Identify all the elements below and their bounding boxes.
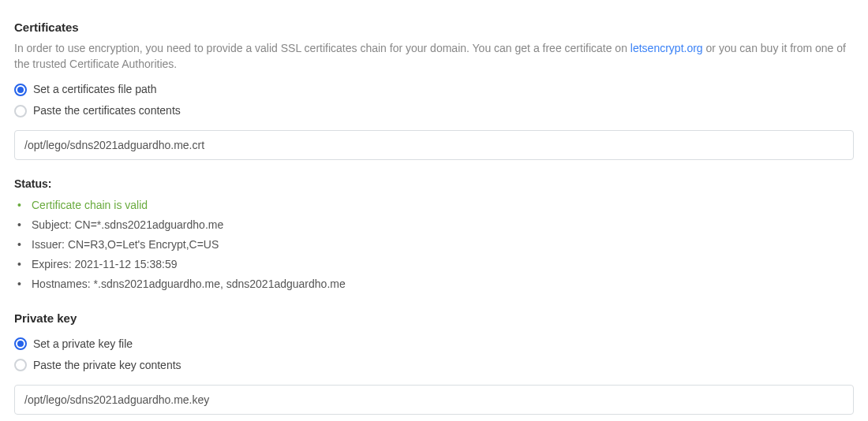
- certificates-section: Certificates In order to use encryption,…: [14, 19, 854, 292]
- cert-status-item: Certificate chain is valid: [17, 197, 854, 214]
- certificates-desc-before: In order to use encryption, you need to …: [14, 42, 630, 54]
- cert-path-input[interactable]: [14, 130, 854, 160]
- cert-radio-path[interactable]: Set a certificates file path: [14, 81, 854, 98]
- certificates-radio-group: Set a certificates file path Paste the c…: [14, 81, 854, 119]
- cert-status-label: Status:: [14, 176, 854, 192]
- key-radio-path-label: Set a private key file: [33, 336, 133, 352]
- certificates-description: In order to use encryption, you need to …: [14, 40, 854, 73]
- cert-status-item: Issuer: CN=R3,O=Let's Encrypt,C=US: [17, 237, 854, 253]
- key-path-input[interactable]: [14, 385, 854, 415]
- radio-icon: [14, 84, 27, 96]
- cert-status-item: Expires: 2021-11-12 15:38:59: [17, 256, 854, 273]
- key-radio-paste[interactable]: Paste the private key contents: [14, 357, 854, 374]
- private-key-section: Private key Set a private key file Paste…: [14, 310, 854, 421]
- key-radio-paste-label: Paste the private key contents: [33, 357, 181, 374]
- cert-status-list: Certificate chain is valid Subject: CN=*…: [14, 197, 854, 292]
- radio-icon: [14, 359, 27, 371]
- key-radio-path[interactable]: Set a private key file: [14, 336, 854, 352]
- radio-icon: [14, 105, 27, 117]
- radio-icon: [14, 337, 27, 350]
- cert-status-item: Subject: CN=*.sdns2021adguardho.me: [17, 217, 854, 233]
- cert-radio-paste-label: Paste the certificates contents: [33, 102, 181, 119]
- cert-status-item: Hostnames: *.sdns2021adguardho.me, sdns2…: [17, 276, 854, 292]
- letsencrypt-link[interactable]: letsencrypt.org: [630, 42, 703, 54]
- cert-radio-path-label: Set a certificates file path: [33, 81, 156, 98]
- cert-radio-paste[interactable]: Paste the certificates contents: [14, 102, 854, 119]
- private-key-radio-group: Set a private key file Paste the private…: [14, 336, 854, 374]
- private-key-title: Private key: [14, 310, 854, 328]
- certificates-title: Certificates: [14, 19, 854, 37]
